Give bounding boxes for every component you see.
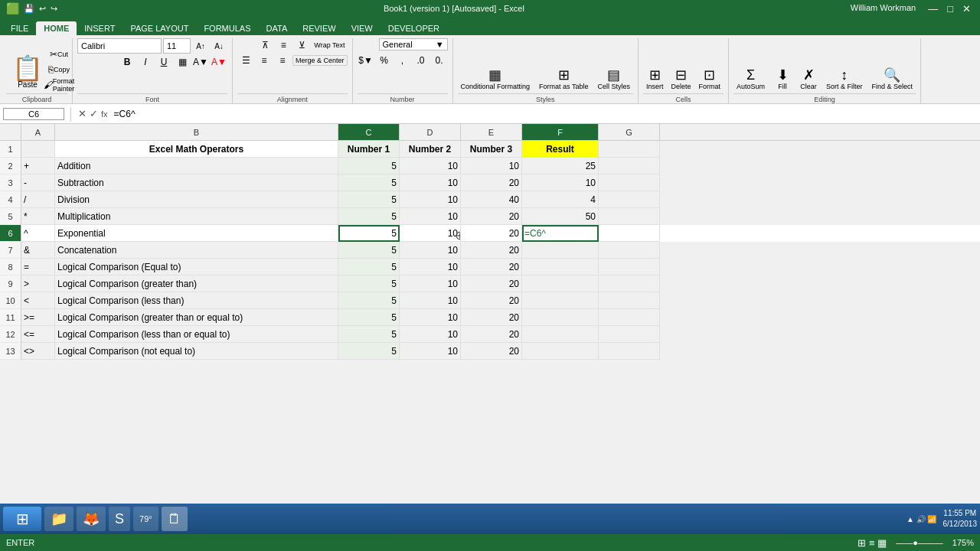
row-num-8[interactable]: 8 <box>0 259 21 276</box>
format-painter-button[interactable]: 🖌 Format Painter <box>51 78 67 92</box>
font-size-input[interactable] <box>163 38 191 54</box>
cell-c3[interactable]: 5 <box>338 174 400 191</box>
row-num-9[interactable]: 9 <box>0 276 21 292</box>
cell-e3[interactable]: 20 <box>461 174 522 191</box>
cell-d13[interactable]: 10 <box>400 343 461 360</box>
row-num-2[interactable]: 2 <box>0 158 21 174</box>
cell-e4[interactable]: 40 <box>461 191 522 208</box>
cell-f3[interactable]: 10 <box>522 174 599 191</box>
excel-logo[interactable]: 🟩 <box>6 2 19 15</box>
row-num-1[interactable]: 1 <box>0 141 21 158</box>
cell-c9[interactable]: 5 <box>338 276 400 292</box>
taskbar-skype[interactable]: S <box>109 507 130 531</box>
cancel-formula-icon[interactable]: ✕ <box>78 108 87 119</box>
fill-color-button[interactable]: A▼ <box>192 55 209 69</box>
underline-button[interactable]: U <box>155 55 172 69</box>
border-button[interactable]: ▦ <box>174 55 191 69</box>
cell-reference-box[interactable] <box>3 108 64 120</box>
cell-c2[interactable]: 5 <box>338 158 400 174</box>
cell-g9[interactable] <box>599 276 660 292</box>
cell-c8[interactable]: 5 <box>338 259 400 276</box>
cell-f13[interactable] <box>522 343 599 360</box>
cell-a1[interactable] <box>21 141 55 158</box>
cell-b11[interactable]: Logical Comparison (greater than or equa… <box>55 309 338 326</box>
cell-g7[interactable] <box>599 242 660 259</box>
row-num-11[interactable]: 11 <box>0 309 21 326</box>
cell-e11[interactable]: 20 <box>461 309 522 326</box>
close-button[interactable]: ✕ <box>959 3 974 15</box>
col-header-b[interactable]: B <box>55 124 338 140</box>
tab-page-layout[interactable]: PAGE LAYOUT <box>122 21 196 35</box>
tab-data[interactable]: DATA <box>259 21 296 35</box>
cell-b6[interactable]: Exponential <box>55 225 338 242</box>
align-right-button[interactable]: ≡ <box>274 54 291 67</box>
cell-g3[interactable] <box>599 174 660 191</box>
cell-e6[interactable]: 20 <box>461 225 522 242</box>
cell-e8[interactable]: 20 <box>461 259 522 276</box>
cell-f4[interactable]: 4 <box>522 191 599 208</box>
cell-a3[interactable]: - <box>21 174 55 191</box>
cell-f7[interactable] <box>522 242 599 259</box>
row-num-5[interactable]: 5 <box>0 208 21 225</box>
row-num-10[interactable]: 10 <box>0 292 21 309</box>
cell-b7[interactable]: Concatenation <box>55 242 338 259</box>
cell-a11[interactable]: >= <box>21 309 55 326</box>
conditional-formatting-button[interactable]: ▦ Conditional Formatting <box>458 67 534 92</box>
cell-g13[interactable] <box>599 343 660 360</box>
copy-button[interactable]: ⎘ Copy <box>51 63 67 77</box>
align-bottom-button[interactable]: ⊻ <box>293 38 310 52</box>
bold-button[interactable]: B <box>119 55 136 69</box>
italic-button[interactable]: I <box>137 55 154 69</box>
cell-g11[interactable] <box>599 309 660 326</box>
wrap-text-button[interactable]: Wrap Text <box>312 38 347 52</box>
align-middle-button[interactable]: ≡ <box>275 38 292 52</box>
increase-font-button[interactable]: A↑ <box>192 39 209 53</box>
col-header-e[interactable]: E <box>461 124 522 140</box>
cell-b10[interactable]: Logical Comparison (less than) <box>55 292 338 309</box>
title-bar-controls[interactable]: William Workman — □ ✕ <box>851 3 974 15</box>
col-header-f[interactable]: F <box>522 124 599 140</box>
cell-g1[interactable] <box>599 141 660 158</box>
col-header-a[interactable]: A <box>21 124 55 140</box>
insert-button[interactable]: ⊞ Insert <box>643 67 667 92</box>
cell-g12[interactable] <box>599 326 660 343</box>
cell-d10[interactable]: 10 <box>400 292 461 309</box>
cell-d3[interactable]: 10 <box>400 174 461 191</box>
cell-e10[interactable]: 20 <box>461 292 522 309</box>
taskbar-weather[interactable]: 79° <box>133 507 158 531</box>
cell-f11[interactable] <box>522 309 599 326</box>
cell-d5[interactable]: 10 <box>400 208 461 225</box>
cell-d9[interactable]: 10 <box>400 276 461 292</box>
cell-c4[interactable]: 5 <box>338 191 400 208</box>
cut-button[interactable]: ✂ Cut <box>51 47 67 61</box>
cell-f12[interactable] <box>522 326 599 343</box>
cell-f2[interactable]: 25 <box>522 158 599 174</box>
cell-e1[interactable]: Number 3 <box>461 141 522 158</box>
currency-button[interactable]: $▼ <box>358 54 374 67</box>
cell-d12[interactable]: 10 <box>400 326 461 343</box>
cell-c5[interactable]: 5 <box>338 208 400 225</box>
tab-file[interactable]: FILE <box>3 21 36 35</box>
align-center-button[interactable]: ≡ <box>256 54 273 67</box>
tab-developer[interactable]: DEVELOPER <box>381 21 447 35</box>
cell-c11[interactable]: 5 <box>338 309 400 326</box>
comma-button[interactable]: , <box>394 54 411 67</box>
cell-a2[interactable]: + <box>21 158 55 174</box>
cell-c13[interactable]: 5 <box>338 343 400 360</box>
cell-a5[interactable]: * <box>21 208 55 225</box>
cell-b13[interactable]: Logical Comparison (not equal to) <box>55 343 338 360</box>
cell-e7[interactable]: 20 <box>461 242 522 259</box>
decrease-decimal-button[interactable]: 0. <box>431 54 448 67</box>
cell-b3[interactable]: Subtraction <box>55 174 338 191</box>
cell-c12[interactable]: 5 <box>338 326 400 343</box>
col-header-g[interactable]: G <box>599 124 660 140</box>
row-num-6[interactable]: 6 <box>0 225 21 242</box>
taskbar-file-explorer[interactable]: 📁 <box>44 507 74 531</box>
cell-d4[interactable]: 10 <box>400 191 461 208</box>
tab-view[interactable]: VIEW <box>344 21 381 35</box>
cell-a12[interactable]: <= <box>21 326 55 343</box>
cell-e13[interactable]: 20 <box>461 343 522 360</box>
cell-e2[interactable]: 10 <box>461 158 522 174</box>
font-name-input[interactable] <box>77 38 162 54</box>
tab-home[interactable]: HOME <box>36 21 77 35</box>
